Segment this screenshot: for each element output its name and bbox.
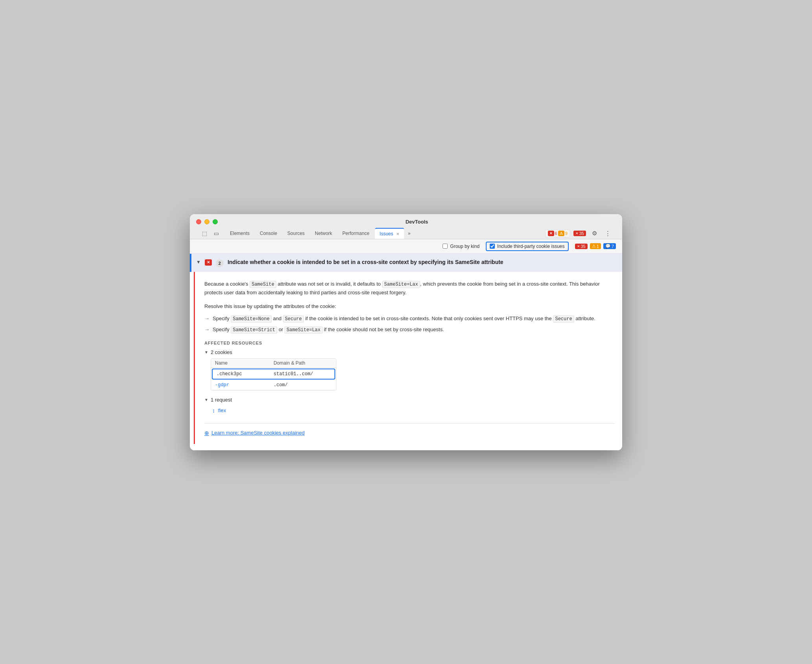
requests-header[interactable]: ▼ 1 request bbox=[204, 397, 614, 403]
issue-header: ▼ ✕ 2 Indicate whether a cookie is inten… bbox=[190, 254, 622, 272]
tab-issues[interactable]: Issues ✕ bbox=[375, 228, 404, 239]
options-counts: ✕ 35 ⚠ 1 💬 7 bbox=[575, 243, 616, 249]
affected-label: Affected Resources bbox=[204, 341, 614, 345]
bullet-arrow-2: → bbox=[204, 326, 209, 332]
tab-sources[interactable]: Sources bbox=[283, 228, 309, 238]
issue-body: Because a cookie's SameSite attribute wa… bbox=[194, 272, 622, 444]
issue-count: 2 bbox=[216, 259, 224, 267]
maximize-button[interactable] bbox=[213, 219, 218, 224]
group-by-kind-checkbox[interactable] bbox=[443, 244, 448, 249]
code-secure-2: Secure bbox=[553, 315, 574, 323]
code-secure: Secure bbox=[283, 315, 304, 323]
error-icon: ✕ bbox=[548, 231, 554, 236]
traffic-lights bbox=[196, 219, 218, 224]
group-by-kind-label[interactable]: Group by kind bbox=[443, 244, 479, 249]
opt-warning-icon: ⚠ bbox=[592, 244, 596, 249]
cookie-row-2[interactable]: -gdpr .com/ bbox=[211, 380, 336, 390]
main-content: ▼ ✕ 2 Indicate whether a cookie is inten… bbox=[190, 254, 622, 450]
error-x-icon: ✕ bbox=[575, 231, 579, 235]
learn-more-section: ⊕ Learn more: SameSite cookies explained bbox=[204, 423, 614, 436]
learn-more-link[interactable]: ⊕ Learn more: SameSite cookies explained bbox=[204, 430, 614, 436]
more-options-button[interactable]: ⋮ bbox=[603, 228, 613, 238]
error-warning-badge: ✕ 6 ⚠ 9 bbox=[545, 229, 570, 237]
total-issues-badge: ✕ 35 bbox=[573, 231, 586, 236]
warning-count: 9 bbox=[565, 231, 568, 236]
tab-console[interactable]: Console bbox=[255, 228, 282, 238]
options-bar: Group by kind Include third-party cookie… bbox=[190, 239, 622, 254]
cookie-1-name: .check3pc bbox=[217, 371, 274, 377]
cookies-header[interactable]: ▼ 2 cookies bbox=[204, 349, 614, 355]
col-name-header: Name bbox=[215, 360, 274, 366]
devtools-window: DevTools ⬚ ▭ Elements Console Sources Ne… bbox=[190, 214, 622, 450]
col-domain-header: Domain & Path bbox=[274, 360, 332, 366]
toolbar-icons: ⬚ ▭ bbox=[199, 228, 221, 238]
close-button[interactable] bbox=[196, 219, 201, 224]
tab-performance[interactable]: Performance bbox=[338, 228, 374, 238]
requests-section: ▼ 1 request ↕ flex bbox=[204, 397, 614, 415]
cookie-1-domain: static01..com/ bbox=[274, 371, 331, 377]
issue-title: Indicate whether a cookie is intended to… bbox=[228, 259, 503, 266]
affected-resources: Affected Resources ▼ 2 cookies Name Doma… bbox=[204, 341, 614, 415]
mobile-icon[interactable]: ▭ bbox=[211, 228, 221, 238]
requests-count: 1 request bbox=[211, 397, 232, 403]
code-samesite-lax-2: SameSite=Lax bbox=[285, 326, 322, 334]
tabs-toolbar: ⬚ ▭ Elements Console Sources Network Per… bbox=[196, 228, 616, 239]
opt-info-badge: 💬 7 bbox=[603, 243, 616, 249]
titlebar: DevTools ⬚ ▭ Elements Console Sources Ne… bbox=[190, 214, 622, 239]
tab-elements[interactable]: Elements bbox=[225, 228, 254, 238]
bullet-1: → Specify SameSite=None and Secure if th… bbox=[204, 315, 614, 322]
toolbar-right: ✕ 6 ⚠ 9 ✕ 35 ⚙ ⋮ bbox=[545, 228, 613, 238]
resolve-text: Resolve this issue by updating the attri… bbox=[204, 303, 614, 309]
issue-error-icon: ✕ bbox=[205, 259, 212, 266]
bullet-1-text: Specify SameSite=None and Secure if the … bbox=[213, 315, 595, 322]
opt-error-badge: ✕ 35 bbox=[575, 244, 588, 249]
minimize-button[interactable] bbox=[204, 219, 209, 224]
external-link-icon: ⊕ bbox=[204, 430, 209, 436]
cookies-table: Name Domain & Path .check3pc static01..c… bbox=[211, 358, 336, 391]
cookie-2-domain: .com/ bbox=[274, 382, 332, 388]
opt-error-icon: ✕ bbox=[577, 244, 580, 248]
bullet-2: → Specify SameSite=Strict or SameSite=La… bbox=[204, 326, 614, 333]
bullet-arrow-1: → bbox=[204, 315, 209, 321]
tab-close-icon[interactable]: ✕ bbox=[396, 232, 399, 236]
warning-icon: ⚠ bbox=[558, 231, 564, 236]
request-download-icon: ↕ bbox=[212, 407, 215, 414]
code-samesite: SameSite bbox=[250, 281, 276, 288]
cookies-expand-icon: ▼ bbox=[204, 350, 208, 354]
request-item: ↕ flex bbox=[212, 406, 614, 415]
code-samesite-strict: SameSite=Strict bbox=[231, 326, 277, 334]
expand-arrow[interactable]: ▼ bbox=[196, 259, 201, 265]
opt-info-icon: 💬 bbox=[605, 244, 611, 249]
issue-description: Because a cookie's SameSite attribute wa… bbox=[204, 280, 614, 297]
table-header: Name Domain & Path bbox=[211, 359, 336, 368]
settings-button[interactable]: ⚙ bbox=[589, 228, 599, 238]
include-third-party-checkbox[interactable] bbox=[490, 244, 495, 249]
bullet-2-text: Specify SameSite=Strict or SameSite=Lax … bbox=[213, 326, 444, 333]
opt-warning-badge: ⚠ 1 bbox=[590, 243, 601, 249]
tab-network[interactable]: Network bbox=[310, 228, 337, 238]
code-samesite-lax: SameSite=Lax bbox=[382, 281, 420, 288]
cookie-row-1[interactable]: .check3pc static01..com/ bbox=[212, 369, 335, 380]
request-link[interactable]: flex bbox=[218, 407, 226, 413]
error-count: 6 bbox=[555, 231, 557, 236]
cookies-section: ▼ 2 cookies Name Domain & Path .check3pc… bbox=[204, 349, 614, 391]
requests-expand-icon: ▼ bbox=[204, 398, 208, 402]
cookie-2-link[interactable]: -gdpr bbox=[215, 382, 274, 388]
more-tabs-button[interactable]: » bbox=[405, 229, 414, 238]
cookies-count: 2 cookies bbox=[211, 349, 232, 355]
code-samesite-none: SameSite=None bbox=[231, 315, 272, 323]
window-title: DevTools bbox=[218, 219, 616, 225]
cursor-icon[interactable]: ⬚ bbox=[199, 228, 209, 238]
include-third-party-label[interactable]: Include third-party cookie issues bbox=[486, 242, 568, 251]
